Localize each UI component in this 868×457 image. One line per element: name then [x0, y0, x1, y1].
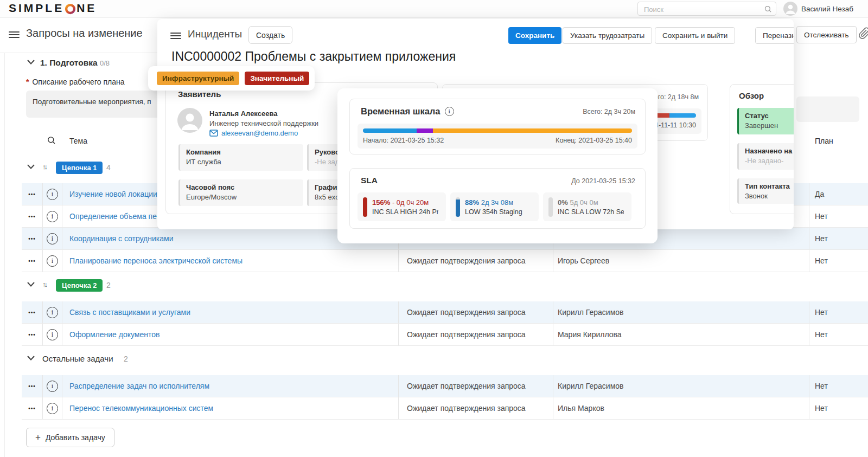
group-badge[interactable]: Цепочка 2: [56, 279, 103, 292]
info-icon[interactable]: i: [445, 107, 454, 116]
sla-name: INC SLA HIGH 24h Private...: [372, 208, 438, 216]
column-header-plan[interactable]: План: [815, 137, 833, 145]
screen: SIMPLE NE Василий Незаб Запр: [0, 0, 868, 457]
task-assignee: Илья Марков: [553, 397, 809, 419]
add-task-button[interactable]: + Добавить задачу: [26, 428, 114, 447]
task-status: Ожидает подтверждения запроса: [399, 324, 553, 345]
task-plan: Нет: [809, 375, 868, 397]
sla-item[interactable]: 0% 5д 0ч 0м INC SLA LOW 72h Service...: [543, 192, 631, 221]
field-status[interactable]: Статус Завершен: [737, 108, 794, 134]
reorder-icon[interactable]: ↑↓: [42, 280, 46, 288]
field-contact-type[interactable]: Тип контакта Звонок: [737, 178, 794, 204]
table-row: ••• i Распределение задач по исполнителя…: [22, 375, 868, 397]
row-menu-button[interactable]: •••: [22, 228, 43, 249]
row-info-button[interactable]: i: [43, 375, 62, 397]
timeline-track: Начало: 2021-03-25 15:32 Конец: 2021-03-…: [358, 124, 637, 149]
group-label[interactable]: Остальные задачи: [42, 354, 113, 363]
row-menu-button[interactable]: •••: [22, 397, 43, 419]
task-assignee: Кирилл Герасимов: [553, 375, 809, 397]
row-menu-button[interactable]: •••: [22, 301, 43, 323]
task-link[interactable]: Перенос телекоммуникационных систем: [69, 404, 213, 413]
search-input[interactable]: [643, 3, 764, 16]
task-status: Ожидает подтверждения запроса: [399, 301, 553, 323]
module-title: Инциденты: [188, 28, 242, 40]
timeline-sla-overlay: Временная шкала i Всего: 2д 3ч 20м Начал…: [337, 88, 658, 243]
paperclip-icon[interactable]: [858, 27, 868, 42]
user-name: Василий Незаб: [801, 5, 853, 13]
create-button[interactable]: Создать: [248, 26, 292, 44]
field-company[interactable]: Компания ИТ служба: [178, 144, 303, 171]
field-assignment-group[interactable]: Назначено на группу -Не задано-: [737, 143, 794, 170]
row-menu-button[interactable]: •••: [22, 250, 43, 272]
task-assignee: Кирилл Герасимов: [553, 301, 809, 323]
task-assignee: Мария Кириллова: [553, 324, 809, 345]
tag-infrastructure[interactable]: Инфраструктурный: [157, 72, 239, 85]
sla-title: SLA: [361, 176, 378, 185]
user-menu[interactable]: Василий Незаб: [783, 2, 853, 16]
stage-title[interactable]: 1. Подготовка: [40, 58, 98, 68]
reorder-icon[interactable]: ↑↓: [42, 163, 46, 171]
chevron-down-icon[interactable]: [27, 282, 35, 287]
row-info-button[interactable]: i: [43, 301, 62, 323]
stage-progress: 0/8: [100, 59, 110, 67]
task-link[interactable]: Определение объема пе: [69, 212, 157, 221]
table-row: ••• i Оформление документов Ожидает подт…: [22, 324, 868, 346]
row-menu-button[interactable]: •••: [22, 324, 43, 345]
caller-email-row: alexeevan@demo.demo: [209, 129, 298, 137]
group-count: 4: [106, 163, 111, 172]
task-link[interactable]: Связь с поставщиками и услугами: [69, 308, 190, 317]
row-info-button[interactable]: i: [43, 324, 62, 345]
sla-item[interactable]: 156% - 0д 0ч 20м INC SLA HIGH 24h Privat…: [358, 192, 446, 221]
task-link[interactable]: Оформление документов: [69, 330, 160, 339]
ellipsis-icon: •••: [28, 332, 36, 338]
avatar: [783, 2, 797, 16]
row-info-button[interactable]: i: [43, 228, 62, 249]
task-link[interactable]: Распределение задач по исполнителям: [69, 382, 209, 390]
reassign-button[interactable]: Переназначить: [755, 27, 794, 44]
task-status: Ожидает подтверждения запроса: [399, 250, 553, 272]
incident-title: INC0000002 Проблемы с закрытием приложен…: [171, 49, 456, 64]
task-plan: Нет: [809, 228, 868, 249]
field-timezone[interactable]: Часовой пояс Europe/Moscow: [178, 179, 303, 206]
follow-button[interactable]: Отслеживать: [796, 26, 857, 43]
search-icon[interactable]: [764, 5, 772, 15]
log-effort-button[interactable]: Указать трудозатраты: [563, 27, 652, 44]
search-icon[interactable]: [47, 136, 56, 147]
overview-panel: Обзор Статус Завершен Назначено на групп…: [730, 84, 794, 214]
row-menu-button[interactable]: •••: [22, 183, 43, 205]
table-row: ••• i Планирование переноса электрическо…: [22, 250, 868, 272]
row-info-button[interactable]: i: [43, 397, 62, 419]
row-info-button[interactable]: i: [43, 250, 62, 272]
chevron-down-icon[interactable]: [27, 164, 35, 169]
row-info-button[interactable]: i: [43, 183, 62, 205]
plus-icon: +: [35, 432, 41, 443]
caller-email-link[interactable]: alexeevan@demo.demo: [221, 129, 298, 137]
tag-significant[interactable]: Значительный: [245, 72, 309, 85]
menu-icon[interactable]: [170, 31, 181, 41]
task-plan: Нет: [809, 250, 868, 272]
logo-text-suffix: NE: [76, 2, 97, 15]
avatar: [177, 108, 202, 133]
table-row: ••• i Связь с поставщиками и услугами Ож…: [22, 301, 868, 324]
group-badge[interactable]: Цепочка 1: [56, 162, 103, 174]
info-icon: i: [47, 329, 58, 340]
menu-icon[interactable]: [9, 30, 20, 40]
task-status: Ожидает подтверждения запроса: [399, 397, 553, 419]
chevron-down-icon[interactable]: [27, 60, 35, 65]
row-menu-button[interactable]: •••: [22, 375, 43, 397]
chevron-down-icon[interactable]: [27, 356, 35, 361]
row-menu-button[interactable]: •••: [22, 205, 43, 227]
column-header-topic[interactable]: Тема: [69, 137, 87, 145]
ellipsis-icon: •••: [28, 383, 36, 389]
row-info-button[interactable]: i: [43, 205, 62, 227]
sla-item[interactable]: 88% 2д 3ч 08м LOW 354h Staging: [450, 192, 539, 221]
save-button[interactable]: Сохранить: [508, 27, 561, 44]
info-icon: i: [47, 189, 58, 200]
group-count: 2: [124, 355, 128, 363]
task-link[interactable]: Изучение новой локации: [69, 190, 157, 198]
header-divider: [0, 53, 157, 53]
logo-o-ring-icon: [65, 3, 76, 15]
task-link[interactable]: Планирование переноса электрической сист…: [69, 256, 242, 265]
task-link[interactable]: Координация с сотрудниками: [69, 234, 174, 243]
save-and-exit-button[interactable]: Сохранить и выйти: [655, 27, 735, 44]
